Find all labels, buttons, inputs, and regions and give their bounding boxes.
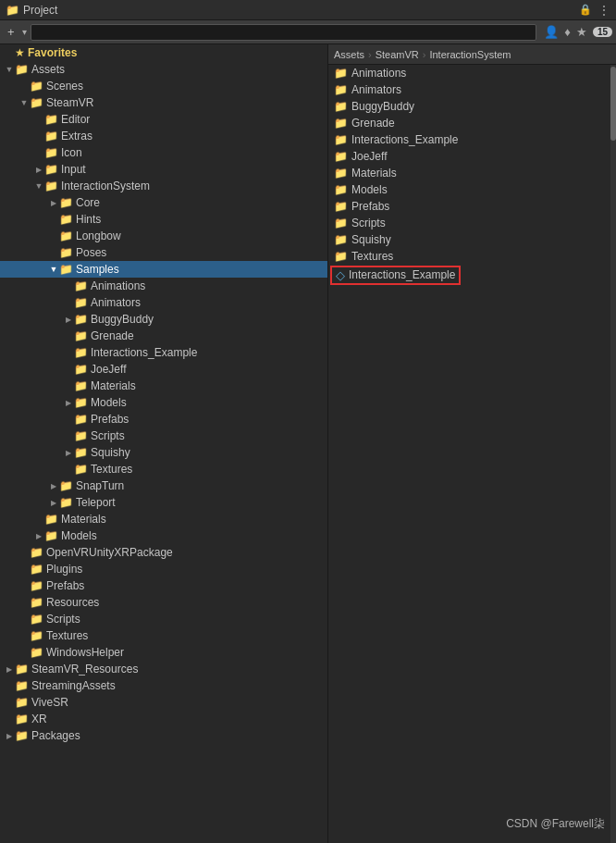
right-item-joejeff[interactable]: 📁 JoeJeff <box>328 148 616 165</box>
scrollbar-track[interactable] <box>610 65 616 843</box>
resources-folder-icon: 📁 <box>30 596 43 609</box>
person-icon[interactable]: 👤 <box>544 25 559 39</box>
tree-item-plugins[interactable]: 📁 Plugins <box>0 561 327 577</box>
steamvr-label: SteamVR <box>46 96 93 109</box>
tree-item-steamvr-resources[interactable]: ▶ 📁 SteamVR_Resources <box>0 661 327 677</box>
tree-item-models-child[interactable]: ▶ 📁 Models <box>0 394 327 411</box>
breadcrumb-assets[interactable]: Assets <box>334 49 364 60</box>
right-item-squishy[interactable]: 📁 Squishy <box>328 231 616 248</box>
plugins-label: Plugins <box>46 563 82 576</box>
folder-icon: 📁 <box>6 4 19 17</box>
teleport-label: Teleport <box>76 496 116 509</box>
tree-item-interactions-example[interactable]: 📁 Interactions_Example <box>0 344 327 361</box>
tree-item-grenade[interactable]: 📁 Grenade <box>0 328 327 344</box>
more-options-icon[interactable]: ⋮ <box>598 3 610 18</box>
buggybuddy-label: BuggyBuddy <box>91 313 154 326</box>
right-item-animations[interactable]: 📁 Animations <box>328 65 616 81</box>
tree-item-interactionsystem[interactable]: ▼ 📁 InteractionSystem <box>0 178 327 194</box>
right-squishy-label: Squishy <box>351 233 391 246</box>
tree-item-packages[interactable]: ▶ 📁 Packages <box>0 727 327 744</box>
dropdown-arrow-icon[interactable]: ▾ <box>22 27 27 37</box>
tree-item-models-steamvr[interactable]: ▶ 📁 Models <box>0 527 327 544</box>
tree-item-icon[interactable]: 📁 Icon <box>0 144 327 161</box>
tree-item-poses[interactable]: 📁 Poses <box>0 244 327 261</box>
tree-item-steamvr[interactable]: ▼ 📁 SteamVR <box>0 94 327 111</box>
breadcrumb-steamvr[interactable]: SteamVR <box>376 49 419 60</box>
lock-icon[interactable]: 🔒 <box>579 4 592 16</box>
breadcrumb-interactionsystem[interactable]: InteractionSystem <box>429 49 511 60</box>
tree-item-longbow[interactable]: 📁 Longbow <box>0 228 327 244</box>
prefabs-assets-label: Prefabs <box>46 579 84 592</box>
tree-item-input[interactable]: ▶ 📁 Input <box>0 161 327 178</box>
right-scripts-label: Scripts <box>351 217 386 229</box>
highlight-box: ◇ Interactions_Example <box>330 266 461 285</box>
tree-item-joejeff[interactable]: 📁 JoeJeff <box>0 361 327 378</box>
tree-item-editor[interactable]: 📁 Editor <box>0 111 327 128</box>
right-item-interactions-example[interactable]: 📁 Interactions_Example <box>328 131 616 148</box>
title-bar-icons: 🔒 ⋮ <box>579 3 610 18</box>
animators-label: Animators <box>91 296 141 309</box>
scripts-assets-label: Scripts <box>46 613 80 626</box>
right-item-scripts[interactable]: 📁 Scripts <box>328 215 616 231</box>
tree-item-materials-child[interactable]: 📁 Materials <box>0 378 327 394</box>
tree-item-hints[interactable]: 📁 Hints <box>0 211 327 228</box>
right-buggybuddy-icon: 📁 <box>334 100 348 113</box>
right-item-prefabs[interactable]: 📁 Prefabs <box>328 198 616 215</box>
tree-item-windowshelper[interactable]: 📁 WindowsHelper <box>0 644 327 661</box>
tree-item-scripts-assets[interactable]: 📁 Scripts <box>0 611 327 627</box>
tree-item-vivesr[interactable]: 📁 ViveSR <box>0 694 327 711</box>
snapturn-arrow: ▶ <box>48 482 59 490</box>
right-item-models[interactable]: 📁 Models <box>328 181 616 198</box>
hints-folder-icon: 📁 <box>59 213 73 226</box>
right-models-icon: 📁 <box>334 183 348 196</box>
resources-label: Resources <box>46 596 99 609</box>
longbow-folder-icon: 📁 <box>59 229 73 242</box>
right-item-buggybuddy[interactable]: 📁 BuggyBuddy <box>328 98 616 115</box>
snapturn-folder-icon: 📁 <box>59 479 73 492</box>
tree-item-teleport[interactable]: ▶ 📁 Teleport <box>0 494 327 511</box>
right-item-textures[interactable]: 📁 Textures <box>328 248 616 265</box>
scripts-child-folder-icon: 📁 <box>74 429 88 442</box>
assets-arrow: ▼ <box>4 65 15 74</box>
right-item-animators[interactable]: 📁 Animators <box>328 81 616 98</box>
right-materials-icon: 📁 <box>334 167 348 180</box>
tree-item-streamingassets[interactable]: 📁 StreamingAssets <box>0 677 327 694</box>
steamvr-resources-arrow: ▶ <box>4 665 15 674</box>
right-item-grenade[interactable]: 📁 Grenade <box>328 115 616 131</box>
tree-item-openvrunityx[interactable]: 📁 OpenVRUnityXRPackage <box>0 544 327 561</box>
tree-item-resources[interactable]: 📁 Resources <box>0 594 327 611</box>
tree-item-samples[interactable]: ▼ 📁 Samples <box>0 261 327 278</box>
tree-item-animators[interactable]: 📁 Animators <box>0 294 327 311</box>
interactions-example-folder-icon: 📁 <box>74 346 88 359</box>
tree-item-prefabs-assets[interactable]: 📁 Prefabs <box>0 577 327 594</box>
windowshelper-folder-icon: 📁 <box>30 646 43 659</box>
tree-item-buggybuddy[interactable]: ▶ 📁 BuggyBuddy <box>0 311 327 328</box>
assets-label: Assets <box>31 63 65 76</box>
right-item-interactions-example-highlighted[interactable]: ◇ Interactions_Example <box>328 267 616 283</box>
tree-item-textures-child[interactable]: 📁 Textures <box>0 461 327 477</box>
right-item-materials[interactable]: 📁 Materials <box>328 165 616 181</box>
scrollbar-thumb[interactable] <box>610 67 616 141</box>
star-icon[interactable]: ★ <box>576 25 587 39</box>
add-button[interactable]: + <box>4 23 18 41</box>
assets-folder-icon: 📁 <box>15 63 29 76</box>
favorite-icon[interactable]: ♦ <box>564 25 571 39</box>
prefabs-child-label: Prefabs <box>91 413 129 426</box>
tree-item-textures-assets[interactable]: 📁 Textures <box>0 627 327 644</box>
tree-item-materials-steamvr[interactable]: 📁 Materials <box>0 511 327 527</box>
tree-item-extras[interactable]: 📁 Extras <box>0 128 327 144</box>
tree-item-xr[interactable]: 📁 XR <box>0 711 327 727</box>
extras-folder-icon: 📁 <box>44 130 58 143</box>
textures-assets-folder-icon: 📁 <box>30 629 43 642</box>
tree-item-scripts-child[interactable]: 📁 Scripts <box>0 428 327 444</box>
tree-item-prefabs-child[interactable]: 📁 Prefabs <box>0 411 327 428</box>
tree-item-snapturn[interactable]: ▶ 📁 SnapTurn <box>0 477 327 494</box>
tree-item-core[interactable]: ▶ 📁 Core <box>0 194 327 211</box>
tree-item-squishy[interactable]: ▶ 📁 Squishy <box>0 444 327 461</box>
search-input[interactable] <box>31 24 537 41</box>
right-animations-label: Animations <box>351 67 406 80</box>
tree-item-favorites[interactable]: ★ Favorites <box>0 44 327 61</box>
tree-item-animations[interactable]: 📁 Animations <box>0 278 327 294</box>
tree-item-assets[interactable]: ▼ 📁 Assets <box>0 61 327 78</box>
tree-item-scenes[interactable]: 📁 Scenes <box>0 78 327 94</box>
